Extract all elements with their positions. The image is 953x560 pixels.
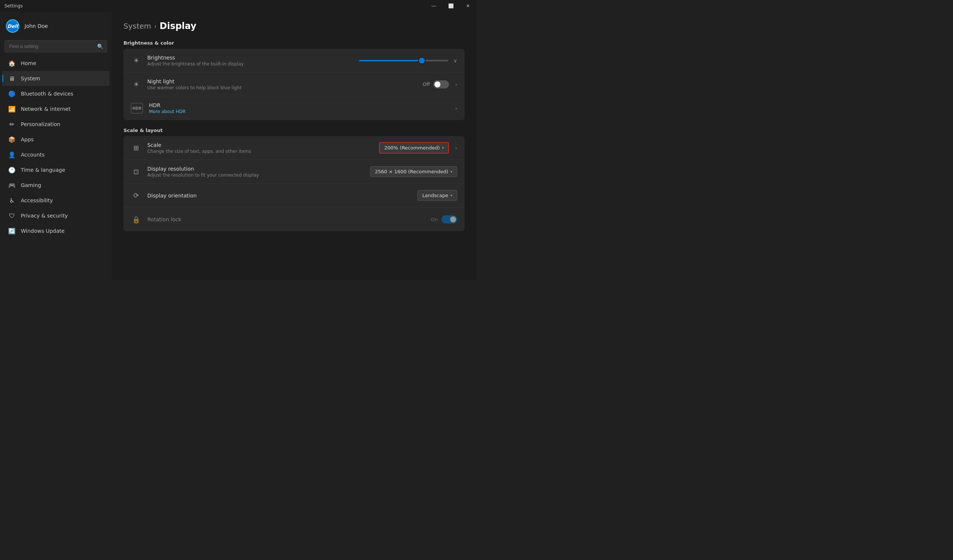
settings-row-display-orientation[interactable]: ⟳ Display orientation Landscape ▾: [124, 184, 465, 208]
avatar: Dell: [6, 19, 19, 33]
main-content: System › Display Brightness & color ☀ Br…: [112, 12, 476, 280]
maximize-button[interactable]: ⬜: [442, 0, 459, 12]
sidebar-item-label: Privacy & security: [21, 213, 68, 219]
section-brightness-color: Brightness & color ☀ Brightness Adjust t…: [124, 40, 465, 120]
night-light-control: Off ›: [422, 80, 457, 88]
home-icon: 🏠: [8, 59, 16, 67]
breadcrumb-separator: ›: [154, 23, 157, 30]
dell-logo-text: Dell: [8, 23, 18, 29]
brightness-slider[interactable]: [359, 60, 448, 61]
display-orientation-control: Landscape ▾: [418, 190, 457, 201]
search-icon: 🔍: [97, 43, 103, 50]
hdr-text: HDR More about HDR: [149, 102, 453, 114]
rotation-lock-toggle[interactable]: [442, 215, 457, 223]
scale-subtitle: Change the size of text, apps, and other…: [147, 149, 379, 154]
profile-name: John Doe: [25, 23, 48, 29]
sidebar-item-accessibility[interactable]: ♿ Accessibility: [2, 193, 109, 208]
hdr-icon: HDR: [131, 103, 143, 113]
search-input[interactable]: [5, 40, 107, 53]
sidebar-nav: 🏠 Home 🖥 System 🔵 Bluetooth & devices 📶 …: [0, 56, 112, 280]
display-resolution-subtitle: Adjust the resolution to fit your connec…: [147, 172, 370, 178]
sidebar-item-label: System: [21, 76, 40, 81]
sidebar-item-label: Bluetooth & devices: [21, 91, 73, 97]
brightness-chevron: ∨: [453, 57, 457, 64]
display-resolution-text: Display resolution Adjust the resolution…: [147, 166, 370, 178]
sidebar-item-windows-update[interactable]: 🔄 Windows Update: [2, 223, 109, 238]
section-scale-layout: Scale & layout ⊞ Scale Change the size o…: [124, 127, 465, 231]
titlebar: Settings — ⬜ ✕: [0, 0, 476, 12]
time-icon: 🕐: [8, 166, 16, 174]
sidebar-profile: Dell John Doe: [0, 15, 112, 39]
hdr-control: ›: [453, 105, 457, 111]
sidebar-item-label: Home: [21, 60, 36, 66]
settings-row-display-resolution[interactable]: ⊡ Display resolution Adjust the resoluti…: [124, 160, 465, 184]
settings-row-hdr[interactable]: HDR HDR More about HDR ›: [124, 96, 465, 120]
breadcrumb-current: Display: [160, 21, 196, 31]
titlebar-controls: — ⬜ ✕: [425, 0, 476, 12]
sidebar-item-time[interactable]: 🕐 Time & language: [2, 163, 109, 177]
night-light-icon: ☀: [131, 79, 141, 90]
scale-text: Scale Change the size of text, apps, and…: [147, 142, 379, 154]
scale-title: Scale: [147, 142, 379, 148]
brightness-icon: ☀: [131, 56, 141, 66]
rotation-lock-text: Rotation lock: [147, 216, 431, 222]
settings-row-brightness[interactable]: ☀ Brightness Adjust the brightness of th…: [124, 49, 465, 73]
display-resolution-icon: ⊡: [131, 167, 141, 177]
sidebar: Dell John Doe 🔍 🏠 Home 🖥 System 🔵 Blueto…: [0, 12, 112, 280]
breadcrumb-parent[interactable]: System: [124, 22, 151, 31]
sidebar-item-label: Network & internet: [21, 106, 71, 112]
display-orientation-text: Display orientation: [147, 192, 418, 199]
rotation-lock-control: On: [431, 215, 457, 223]
display-orientation-dropdown[interactable]: Landscape ▾: [418, 190, 457, 201]
sidebar-item-accounts[interactable]: 👤 Accounts: [2, 147, 109, 162]
sidebar-item-apps[interactable]: 📦 Apps: [2, 132, 109, 147]
sidebar-item-system[interactable]: 🖥 System: [2, 71, 109, 86]
network-icon: 📶: [8, 105, 16, 113]
personalization-icon: ✏️: [8, 121, 16, 128]
sidebar-item-bluetooth[interactable]: 🔵 Bluetooth & devices: [2, 86, 109, 101]
scale-dropdown[interactable]: 200% (Recommended) ▾: [379, 142, 449, 154]
settings-sections: Brightness & color ☀ Brightness Adjust t…: [124, 40, 465, 231]
search-box: 🔍: [5, 40, 107, 53]
night-light-chevron: ›: [455, 81, 457, 87]
windows-update-icon: 🔄: [8, 227, 16, 235]
app-container: Dell John Doe 🔍 🏠 Home 🖥 System 🔵 Blueto…: [0, 12, 476, 280]
settings-row-rotation-lock[interactable]: 🔒 Rotation lock On: [124, 208, 465, 231]
minimize-button[interactable]: —: [425, 0, 442, 12]
close-button[interactable]: ✕: [459, 0, 476, 12]
sidebar-item-label: Gaming: [21, 182, 41, 188]
titlebar-title: Settings: [5, 3, 23, 9]
accounts-icon: 👤: [8, 151, 16, 158]
sidebar-item-label: Accounts: [21, 152, 45, 158]
scale-icon: ⊞: [131, 143, 141, 153]
accessibility-icon: ♿: [8, 197, 16, 204]
sidebar-item-label: Personalization: [21, 121, 60, 127]
display-resolution-title: Display resolution: [147, 166, 370, 172]
settings-row-night-light[interactable]: ☀ Night light Use warmer colors to help …: [124, 73, 465, 96]
apps-icon: 📦: [8, 136, 16, 143]
sidebar-item-personalization[interactable]: ✏️ Personalization: [2, 117, 109, 132]
gaming-icon: 🎮: [8, 181, 16, 189]
hdr-title: HDR: [149, 102, 453, 108]
settings-card-scale-layout: ⊞ Scale Change the size of text, apps, a…: [124, 136, 465, 231]
breadcrumb: System › Display: [124, 21, 465, 31]
night-light-subtitle: Use warmer colors to help block blue lig…: [147, 85, 422, 90]
settings-card-brightness-color: ☀ Brightness Adjust the brightness of th…: [124, 49, 465, 120]
bluetooth-icon: 🔵: [8, 90, 16, 98]
display-orientation-title: Display orientation: [147, 192, 418, 199]
sidebar-item-privacy[interactable]: 🛡 Privacy & security: [2, 208, 109, 223]
sidebar-item-network[interactable]: 📶 Network & internet: [2, 101, 109, 116]
sidebar-item-gaming[interactable]: 🎮 Gaming: [2, 178, 109, 192]
brightness-subtitle: Adjust the brightness of the built-in di…: [147, 61, 359, 67]
sidebar-item-home[interactable]: 🏠 Home: [2, 56, 109, 71]
brightness-title: Brightness: [147, 55, 359, 60]
sidebar-item-label: Time & language: [21, 167, 65, 173]
section-title-brightness-color: Brightness & color: [124, 40, 465, 46]
rotation-lock-icon: 🔒: [131, 214, 141, 225]
hdr-chevron: ›: [455, 105, 457, 111]
sidebar-item-label: Accessibility: [21, 197, 53, 203]
settings-row-scale[interactable]: ⊞ Scale Change the size of text, apps, a…: [124, 136, 465, 160]
hdr-subtitle[interactable]: More about HDR: [149, 109, 453, 114]
night-light-toggle[interactable]: [433, 80, 449, 88]
display-resolution-dropdown[interactable]: 2560 × 1600 (Recommended) ▾: [370, 166, 457, 177]
